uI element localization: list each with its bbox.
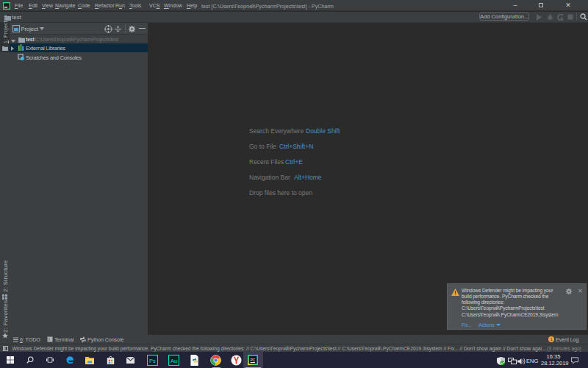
svg-text:PC: PC [251,358,256,362]
svg-text:1: 1 [550,337,552,342]
svg-text:Ps: Ps [149,358,156,364]
svg-text:Au: Au [171,358,177,364]
